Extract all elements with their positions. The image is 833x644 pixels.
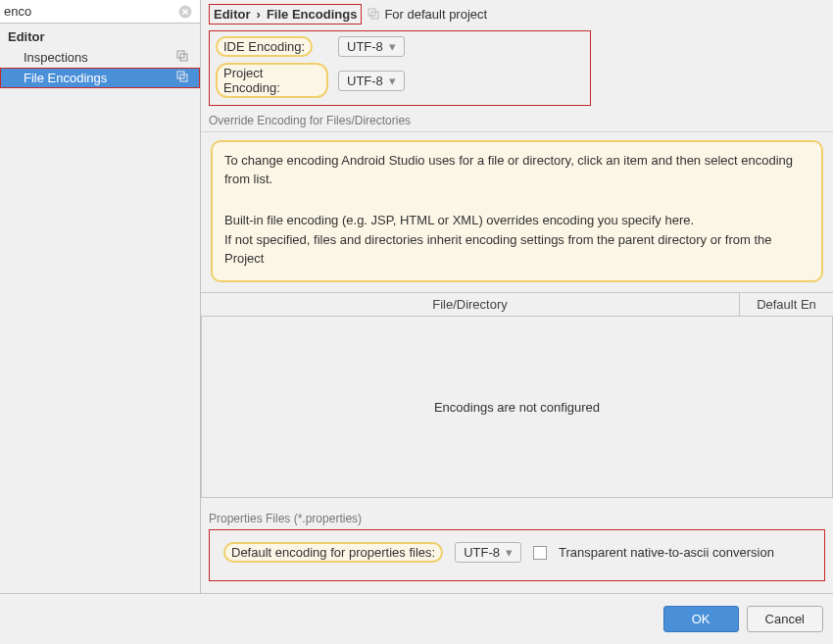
hint-line: To change encoding Android Studio uses f… [224,152,809,189]
copy-icon [368,8,380,21]
encodings-table-empty: Encodings are not configured [201,317,833,498]
sidebar-item-label: Inspections [24,50,176,65]
caret-down-icon: ▾ [506,545,513,560]
hint-line: Built-in file encoding (e.g. JSP, HTML o… [224,212,809,230]
dropdown-value: UTF-8 [464,545,500,560]
table-col-default-encoding[interactable]: Default En [740,293,833,316]
table-col-file-directory[interactable]: File/Directory [201,293,740,316]
search-area [0,0,200,24]
properties-section-title: Properties Files (*.properties) [209,512,825,529]
sidebar-item-file-encodings[interactable]: File Encodings [0,68,200,88]
properties-encoding-dropdown[interactable]: UTF-8 ▾ [455,542,521,563]
content-panel: Editor › File Encodings For default proj… [201,0,833,593]
project-encoding-dropdown[interactable]: UTF-8 ▾ [338,71,405,91]
sidebar: Editor Inspections File Encodings [0,0,201,593]
table-header: File/Directory Default En [201,292,833,317]
clear-search-icon[interactable] [176,3,194,21]
breadcrumb-part: File Encodings [267,7,357,22]
project-encoding-label: Project Encoding: [216,63,328,98]
properties-encoding-label: Default encoding for properties files: [223,542,443,563]
global-encoding-box: IDE Encoding: UTF-8 ▾ Project Encoding: … [209,30,591,106]
breadcrumb: Editor › File Encodings For default proj… [201,4,833,30]
caret-down-icon: ▾ [389,39,396,54]
dropdown-value: UTF-8 [347,39,383,54]
caret-down-icon: ▾ [389,74,396,88]
sidebar-item-inspections[interactable]: Inspections [0,47,200,68]
ide-encoding-dropdown[interactable]: UTF-8 ▾ [338,36,405,57]
copy-icon [176,71,188,85]
sidebar-item-label: File Encodings [24,71,176,85]
transparent-ascii-label: Transparent native-to-ascii conversion [559,545,774,560]
override-section-label: Override Encoding for Files/Directories [201,112,833,132]
transparent-ascii-checkbox[interactable] [533,546,547,560]
breadcrumb-suffix: For default project [384,7,487,22]
search-input[interactable] [2,0,176,23]
hint-line: If not specified, files and directories … [224,231,809,269]
dropdown-value: UTF-8 [347,74,383,88]
ide-encoding-label: IDE Encoding: [216,36,313,57]
empty-message: Encodings are not configured [434,400,600,415]
cancel-button[interactable]: Cancel [747,606,823,632]
hint-box: To change encoding Android Studio uses f… [211,140,823,282]
breadcrumb-part: Editor [214,7,251,22]
dialog-footer: OK Cancel [0,593,833,644]
properties-section: Properties Files (*.properties) Default … [209,512,825,581]
copy-icon [176,50,188,65]
ok-button[interactable]: OK [663,606,739,632]
chevron-right-icon: › [257,7,261,22]
sidebar-header: Editor [0,24,200,47]
